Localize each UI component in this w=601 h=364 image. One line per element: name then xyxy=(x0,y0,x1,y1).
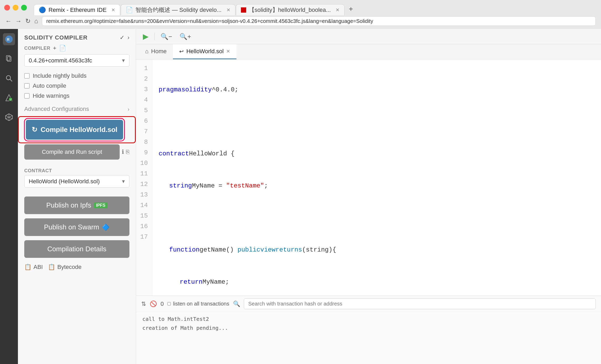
line-num-9: 9 xyxy=(140,147,148,158)
line-num-1: 1 xyxy=(140,63,148,74)
deploy-icon: ✓ xyxy=(5,94,13,102)
tab-helloworld-sol[interactable]: ↩ HelloWorld.sol ✕ xyxy=(173,44,236,59)
bytecode-button[interactable]: 📋 Bytecode xyxy=(48,264,81,270)
publish-ipfs-button[interactable]: Publish on Ipfs IPFS xyxy=(24,196,129,214)
line-num-8: 8 xyxy=(140,137,148,147)
compile-run-button[interactable]: Compile and Run script xyxy=(24,144,120,160)
url-text: remix.ethereum.org/#optimize=false&runs=… xyxy=(46,18,373,24)
collapse-button[interactable]: ⇅ xyxy=(141,301,146,307)
abi-button[interactable]: 📋 ABI xyxy=(24,264,43,270)
compiler-version-select[interactable]: 0.4.26+commit.4563c3fc xyxy=(24,54,129,67)
contract-label: CONTRACT xyxy=(18,164,136,175)
run-button[interactable]: ▶ xyxy=(141,31,150,42)
expand-icon-button[interactable]: › xyxy=(128,34,129,41)
line-num-10: 10 xyxy=(140,158,148,169)
activity-icon-files[interactable] xyxy=(3,53,15,65)
close-button[interactable] xyxy=(4,5,10,11)
bottom-log: call to Math.intTest2 creation of Math p… xyxy=(136,312,601,337)
listen-checkbox-label: listen on all transactions xyxy=(167,301,229,307)
transaction-search-input[interactable] xyxy=(244,298,596,309)
svg-rect-3 xyxy=(7,57,11,61)
tab-close-button[interactable]: ✕ xyxy=(226,48,230,54)
compiler-file-button[interactable]: 📄 xyxy=(59,45,66,52)
tab-solidity-label: 智能合约概述 — Solidity develo... xyxy=(135,6,221,14)
browser-chrome: 🔵 Remix - Ethereum IDE ✕ 📄 智能合约概述 — Soli… xyxy=(0,0,601,29)
compiler-add-button[interactable]: + xyxy=(53,45,56,52)
back-button[interactable]: ← xyxy=(5,17,12,25)
code-content[interactable]: pragma solidity ^0.4.0; contract HelloWo… xyxy=(152,60,601,296)
tab-remix-close[interactable]: ✕ xyxy=(111,7,115,13)
zoom-in-button[interactable]: 🔍+ xyxy=(178,31,193,42)
abi-label: ABI xyxy=(33,264,43,270)
reload-button[interactable]: ↻ xyxy=(25,17,31,25)
nightly-builds-row: Include nightly builds xyxy=(18,71,136,81)
code-line-5 xyxy=(159,213,595,223)
compilation-details-button[interactable]: Compilation Details xyxy=(24,240,129,258)
zoom-out-button[interactable]: 🔍− xyxy=(159,31,174,42)
advanced-label: Advanced Configurations xyxy=(24,106,89,112)
home-button[interactable]: ⌂ xyxy=(34,17,38,25)
hide-warnings-label: Hide warnings xyxy=(33,92,69,99)
editor-tabs: ⌂ Home ↩ HelloWorld.sol ✕ xyxy=(136,44,601,60)
log-line-1: call to Math.intTest2 xyxy=(142,316,595,322)
refresh-icon: ↻ xyxy=(32,126,37,134)
activity-icon-plugin[interactable] xyxy=(3,111,15,123)
traffic-lights xyxy=(0,2,31,13)
maximize-button[interactable] xyxy=(21,5,27,11)
tab-helloworld[interactable]: 【solidity】helloWorld_boolea... ✕ xyxy=(236,4,345,15)
publish-ipfs-label: Publish on Ipfs xyxy=(46,201,91,209)
tab-solidity-close[interactable]: ✕ xyxy=(226,7,230,13)
advanced-configurations-row[interactable]: Advanced Configurations › xyxy=(18,101,136,116)
code-line-7: return MyName; xyxy=(159,277,595,287)
tab-remix[interactable]: 🔵 Remix - Ethereum IDE ✕ xyxy=(34,4,120,15)
copy-icon-button[interactable]: ⎘ xyxy=(126,149,129,155)
contract-select-wrapper: HelloWorld (HelloWorld.sol) ▼ xyxy=(24,175,129,188)
transaction-count: 0 xyxy=(161,301,164,307)
tab-home[interactable]: ⌂ Home xyxy=(139,44,173,59)
activity-icon-search[interactable] xyxy=(3,72,15,84)
minimize-button[interactable] xyxy=(13,5,18,11)
compile-button[interactable]: ↻ Compile HelloWorld.sol xyxy=(26,120,123,140)
bytecode-label: Bytecode xyxy=(57,264,81,270)
tab-helloworld-close[interactable]: ✕ xyxy=(336,7,340,13)
line-num-2: 2 xyxy=(140,74,148,84)
sidebar-header: SOLIDITY COMPILER ✓ › xyxy=(18,29,136,44)
auto-compile-row: Auto compile xyxy=(18,81,136,91)
line-num-3: 3 xyxy=(140,84,148,95)
search-icon-button[interactable]: 🔍 xyxy=(233,301,240,307)
line-num-17: 17 xyxy=(140,232,148,242)
svg-text:R: R xyxy=(7,37,9,42)
line-num-14: 14 xyxy=(140,200,148,211)
contract-section: CONTRACT HelloWorld (HelloWorld.sol) ▼ xyxy=(18,162,136,194)
toolbar-divider xyxy=(154,33,155,40)
new-tab-button[interactable]: + xyxy=(345,5,357,13)
hide-warnings-checkbox[interactable] xyxy=(24,93,30,99)
activity-icon-deploy[interactable]: ✓ xyxy=(3,92,15,104)
listen-checkbox[interactable] xyxy=(167,302,171,306)
no-entry-icon-button[interactable]: 🚫 xyxy=(150,301,157,307)
log-line-0: creation of Math pending... xyxy=(142,325,595,331)
tab-remix-icon: 🔵 xyxy=(39,7,46,13)
swarm-icon: 🔷 xyxy=(102,224,110,231)
search-icon xyxy=(5,74,13,82)
check-icon-button[interactable]: ✓ xyxy=(120,34,124,41)
auto-compile-checkbox[interactable] xyxy=(24,83,30,88)
code-line-4: string MyName = "testName"; xyxy=(159,181,595,191)
svg-text:✓: ✓ xyxy=(9,98,12,101)
publish-swarm-button[interactable]: Publish on Swarm 🔷 xyxy=(24,218,129,236)
line-num-7: 7 xyxy=(140,126,148,137)
line-num-12: 12 xyxy=(140,179,148,190)
omnibar[interactable]: remix.ethereum.org/#optimize=false&runs=… xyxy=(42,16,596,26)
compile-run-label: Compile and Run script xyxy=(42,149,102,155)
compiler-label: COMPILER xyxy=(24,46,50,51)
compile-button-label: Compile HelloWorld.sol xyxy=(41,126,117,134)
tab-solidity[interactable]: 📄 智能合约概述 — Solidity develo... ✕ xyxy=(121,4,235,15)
forward-button[interactable]: → xyxy=(15,17,22,25)
nightly-builds-label: Include nightly builds xyxy=(33,72,86,79)
nightly-builds-checkbox[interactable] xyxy=(24,73,30,78)
code-line-1: pragma solidity ^0.4.0; xyxy=(159,85,595,95)
files-icon xyxy=(5,55,13,63)
info-icon-button[interactable]: ℹ xyxy=(122,149,124,155)
contract-select[interactable]: HelloWorld (HelloWorld.sol) xyxy=(24,175,129,188)
activity-icon-logo[interactable]: R xyxy=(3,33,15,45)
